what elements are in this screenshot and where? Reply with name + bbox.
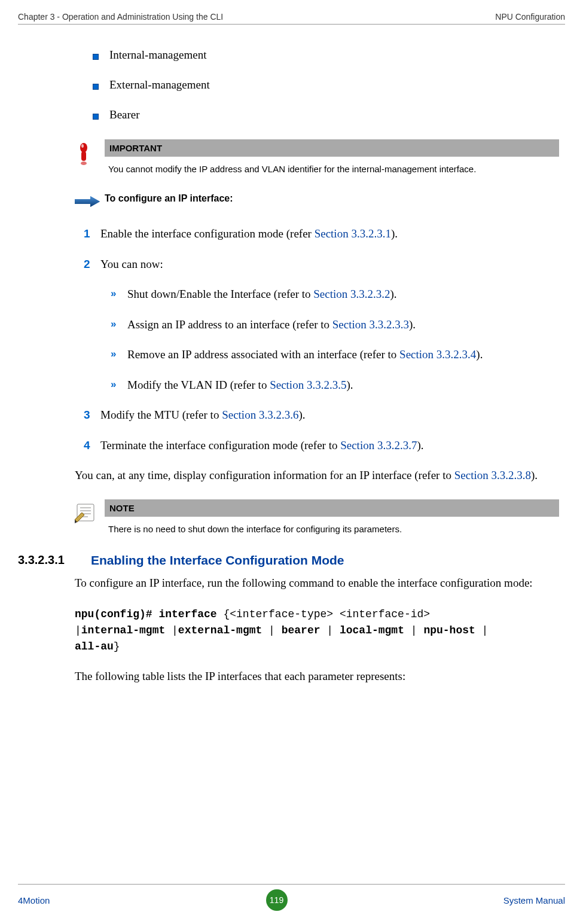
paragraph: To configure an IP interface, run the fo… bbox=[75, 575, 559, 592]
section-link[interactable]: Section 3.3.2.3.4 bbox=[399, 348, 476, 361]
sub-item: » Shut down/Enable the Interface (refer … bbox=[111, 286, 559, 303]
step-text: Terminate the interface configuration mo… bbox=[100, 437, 424, 455]
page-footer: 4Motion 119 System Manual bbox=[18, 884, 565, 911]
chevron-icon: » bbox=[111, 286, 127, 303]
callout-body: IMPORTANT You cannot modify the IP addre… bbox=[105, 139, 559, 175]
section-title: Enabling the Interface Configuration Mod… bbox=[91, 553, 344, 568]
section-number: 3.3.2.3.1 bbox=[18, 553, 91, 568]
arrow-icon bbox=[75, 193, 105, 208]
svg-rect-1 bbox=[81, 151, 86, 161]
bullet-text: Internal-management bbox=[109, 48, 206, 62]
paragraph: The following table lists the IP interfa… bbox=[75, 668, 559, 685]
svg-marker-5 bbox=[75, 196, 100, 207]
important-label: IMPORTANT bbox=[105, 139, 559, 157]
step-text: Modify the MTU (refer to Section 3.3.2.3… bbox=[100, 407, 305, 424]
chevron-icon: » bbox=[111, 377, 127, 394]
note-icon bbox=[75, 499, 105, 535]
square-bullet-icon bbox=[93, 54, 99, 60]
numbered-list: 1 Enable the interface configuration mod… bbox=[84, 225, 559, 273]
section-link[interactable]: Section 3.3.2.3.6 bbox=[222, 408, 298, 421]
square-bullet-icon bbox=[93, 114, 99, 120]
numbered-list: 3 Modify the MTU (refer to Section 3.3.2… bbox=[84, 407, 559, 454]
section-link[interactable]: Section 3.3.2.3.1 bbox=[315, 227, 391, 240]
square-bullet-icon bbox=[93, 84, 99, 90]
section-link[interactable]: Section 3.3.2.3.3 bbox=[332, 318, 409, 331]
list-item: 2 You can now: bbox=[84, 256, 559, 273]
sub-item: » Remove an IP address associated with a… bbox=[111, 346, 559, 364]
sub-text: Shut down/Enable the Interface (refer to… bbox=[127, 286, 397, 303]
list-item: 3 Modify the MTU (refer to Section 3.3.2… bbox=[84, 407, 559, 424]
bullet-list: Internal-management External-management … bbox=[93, 48, 559, 121]
header-left: Chapter 3 - Operation and Administration… bbox=[18, 12, 223, 22]
step-text: You can now: bbox=[100, 256, 163, 273]
svg-point-3 bbox=[81, 144, 84, 148]
page-number-badge: 119 bbox=[266, 889, 288, 911]
svg-point-0 bbox=[80, 143, 87, 153]
note-label: NOTE bbox=[105, 499, 559, 517]
section-link[interactable]: Section 3.3.2.3.2 bbox=[313, 288, 390, 300]
important-icon bbox=[75, 139, 105, 175]
footer-right: System Manual bbox=[503, 895, 565, 905]
footer-left: 4Motion bbox=[18, 895, 50, 905]
page-header: Chapter 3 - Operation and Administration… bbox=[18, 12, 565, 25]
step-number: 4 bbox=[84, 437, 100, 455]
section-heading: 3.3.2.3.1 Enabling the Interface Configu… bbox=[75, 553, 559, 568]
sub-item: » Assign an IP address to an interface (… bbox=[111, 316, 559, 334]
section-link[interactable]: Section 3.3.2.3.7 bbox=[340, 439, 417, 452]
chevron-icon: » bbox=[111, 346, 127, 364]
sub-list: » Shut down/Enable the Interface (refer … bbox=[111, 286, 559, 394]
important-text: You cannot modify the IP address and VLA… bbox=[105, 157, 559, 175]
step-number: 3 bbox=[84, 407, 100, 424]
code-block: npu(config)# interface {<interface-type>… bbox=[75, 606, 559, 655]
step-text: Enable the interface configuration mode … bbox=[100, 225, 398, 243]
instruction-text: To configure an IP interface: bbox=[105, 193, 233, 208]
step-number: 2 bbox=[84, 256, 100, 273]
list-item: 4 Terminate the interface configuration … bbox=[84, 437, 559, 455]
bullet-item: Bearer bbox=[93, 108, 559, 121]
step-number: 1 bbox=[84, 225, 100, 243]
chevron-icon: » bbox=[111, 316, 127, 334]
note-callout: NOTE There is no need to shut down the i… bbox=[75, 499, 559, 535]
note-text: There is no need to shut down the interf… bbox=[105, 517, 559, 535]
bullet-item: External-management bbox=[93, 78, 559, 92]
bullet-text: External-management bbox=[109, 78, 210, 92]
page-content: Internal-management External-management … bbox=[75, 48, 559, 685]
sub-text: Modify the VLAN ID (refer to Section 3.3… bbox=[127, 377, 353, 394]
callout-body: NOTE There is no need to shut down the i… bbox=[105, 499, 559, 535]
sub-text: Assign an IP address to an interface (re… bbox=[127, 316, 416, 334]
sub-item: » Modify the VLAN ID (refer to Section 3… bbox=[111, 377, 559, 394]
bullet-text: Bearer bbox=[109, 108, 140, 121]
important-callout: IMPORTANT You cannot modify the IP addre… bbox=[75, 139, 559, 175]
section-link[interactable]: Section 3.3.2.3.8 bbox=[454, 469, 531, 481]
list-item: 1 Enable the interface configuration mod… bbox=[84, 225, 559, 243]
header-right: NPU Configuration bbox=[495, 12, 565, 22]
instruction-row: To configure an IP interface: bbox=[75, 193, 559, 208]
bullet-item: Internal-management bbox=[93, 48, 559, 62]
sub-text: Remove an IP address associated with an … bbox=[127, 346, 483, 364]
svg-point-2 bbox=[81, 161, 87, 165]
paragraph: You can, at any time, display configurat… bbox=[75, 467, 559, 484]
section-link[interactable]: Section 3.3.2.3.5 bbox=[270, 379, 346, 391]
